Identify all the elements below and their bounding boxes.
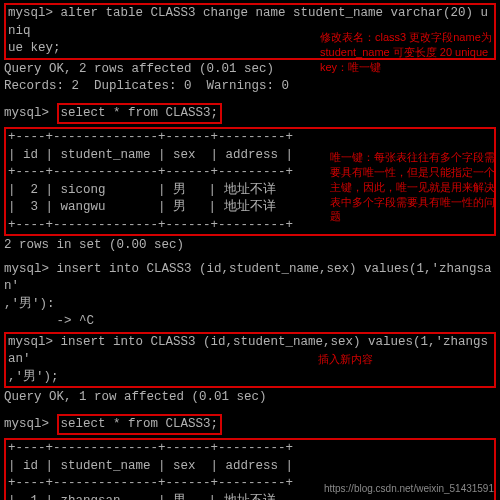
insert1-cancel: -> ^C bbox=[4, 313, 496, 331]
annotation-unique-key: 唯一键：每张表往往有多个字段需要具有唯一性，但是只能指定一个主键，因此，唯一见就… bbox=[330, 150, 495, 224]
prompt: mysql> bbox=[4, 417, 49, 431]
table1-summary: 2 rows in set (0.00 sec) bbox=[4, 237, 496, 255]
table2-header: | id | student_name | sex | address | bbox=[8, 458, 492, 476]
insert2-line1: insert into CLASS3 (id,student_name,sex)… bbox=[8, 335, 488, 367]
prompt: mysql> bbox=[4, 262, 49, 276]
prompt: mysql> bbox=[8, 6, 53, 20]
insert1-line1[interactable]: insert into CLASS3 (id,student_name,sex)… bbox=[4, 262, 492, 294]
select1-command[interactable]: select * from CLASS3; bbox=[57, 103, 223, 125]
annotation-insert: 插入新内容 bbox=[318, 352, 373, 367]
table1-border: +----+--------------+------+---------+ bbox=[8, 129, 492, 147]
watermark: https://blog.csdn.net/weixin_51431591 bbox=[324, 482, 494, 496]
prompt: mysql> bbox=[4, 106, 49, 120]
annotation-alter-table: 修改表名：class3 更改字段name为student_name 可变长度 2… bbox=[320, 30, 495, 75]
insert1-line2: ,'男'): bbox=[4, 296, 496, 314]
insert2-command[interactable]: mysql> insert into CLASS3 (id,student_na… bbox=[4, 332, 496, 389]
table2-border: +----+--------------+------+---------+ bbox=[8, 440, 492, 458]
insert2-result: Query OK, 1 row affected (0.01 sec) bbox=[4, 389, 496, 407]
prompt: mysql> bbox=[8, 335, 53, 349]
insert2-line2: ,'男'); bbox=[8, 369, 492, 387]
result1-line2: Records: 2 Duplicates: 0 Warnings: 0 bbox=[4, 78, 496, 96]
select2-command[interactable]: select * from CLASS3; bbox=[57, 414, 223, 436]
